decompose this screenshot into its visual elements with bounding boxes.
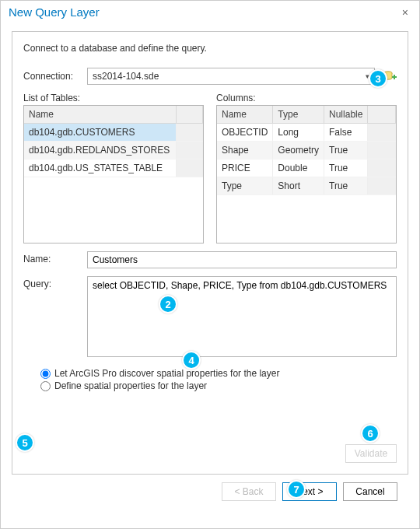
close-icon[interactable]: ×	[399, 6, 411, 19]
name-row: Name:	[23, 251, 397, 268]
name-input[interactable]	[87, 251, 397, 268]
tables-panel: List of Tables: Name db104.gdb.CUSTOMERS…	[23, 93, 204, 243]
columns-header-nullable[interactable]: Nullable	[324, 106, 368, 124]
radio-define[interactable]: Define spatial properties for the layer	[40, 380, 397, 391]
columns-header-type[interactable]: Type	[273, 106, 324, 124]
tables-label: List of Tables:	[23, 93, 204, 103]
back-button[interactable]: < Back	[222, 482, 276, 501]
tables-columns-split: List of Tables: Name db104.gdb.CUSTOMERS…	[23, 93, 397, 243]
query-label: Query:	[23, 276, 87, 289]
columns-header-spacer	[368, 106, 396, 124]
table-row[interactable]: db104.gdb.US_STATES_TABLE	[24, 159, 203, 177]
column-row[interactable]: OBJECTIDLongFalse	[217, 124, 396, 142]
callout-7: 7	[287, 480, 306, 499]
columns-panel: Columns: Name Type Nullable OBJECTIDLong…	[216, 93, 397, 243]
footer-buttons: < Back Next > Cancel	[12, 475, 408, 501]
connection-row: Connection: ss2014-104.sde ▾	[23, 68, 397, 85]
validate-button[interactable]: Validate	[345, 444, 397, 463]
columns-label: Columns:	[216, 93, 397, 103]
svg-rect-2	[394, 75, 395, 79]
connection-label: Connection:	[23, 71, 87, 82]
tables-header-name[interactable]: Name	[24, 106, 176, 124]
callout-3: 3	[369, 69, 387, 88]
tables-header-spacer	[176, 106, 202, 124]
tables-grid[interactable]: Name db104.gdb.CUSTOMERS db104.gdb.REDLA…	[23, 105, 204, 243]
instruction-text: Connect to a database and define the que…	[23, 43, 397, 54]
dialog-title: New Query Layer	[9, 5, 100, 19]
query-textarea[interactable]	[87, 276, 397, 357]
radio-discover[interactable]: Let ArcGIS Pro discover spatial properti…	[40, 368, 397, 379]
callout-2: 2	[159, 295, 177, 314]
radio-discover-label: Let ArcGIS Pro discover spatial properti…	[54, 368, 279, 379]
radio-define-label: Define spatial properties for the layer	[54, 380, 207, 391]
new-query-layer-dialog: New Query Layer × Connect to a database …	[0, 0, 420, 529]
callout-5: 5	[16, 433, 34, 452]
name-label: Name:	[23, 251, 87, 264]
table-row[interactable]: db104.gdb.REDLANDS_STORES	[24, 142, 203, 159]
column-row[interactable]: ShapeGeometryTrue	[217, 142, 396, 159]
columns-header-name[interactable]: Name	[217, 106, 273, 124]
cancel-button[interactable]: Cancel	[343, 482, 397, 501]
column-row[interactable]: PRICEDoubleTrue	[217, 159, 396, 177]
callout-4: 4	[182, 351, 201, 370]
callout-6: 6	[361, 424, 380, 443]
columns-grid[interactable]: Name Type Nullable OBJECTIDLongFalse Sha…	[216, 105, 397, 243]
spatial-options: Let ArcGIS Pro discover spatial properti…	[23, 368, 397, 391]
connection-value: ss2014-104.sde	[93, 71, 159, 82]
dialog-content: Connect to a database and define the que…	[1, 22, 419, 509]
titlebar: New Query Layer ×	[1, 1, 419, 22]
table-row[interactable]: db104.gdb.CUSTOMERS	[24, 124, 203, 142]
connection-dropdown[interactable]: ss2014-104.sde ▾	[87, 68, 375, 85]
query-row: Query:	[23, 276, 397, 357]
main-panel: Connect to a database and define the que…	[12, 31, 408, 475]
radio-discover-input[interactable]	[40, 369, 51, 379]
column-row[interactable]: TypeShortTrue	[217, 177, 396, 195]
radio-define-input[interactable]	[40, 381, 51, 391]
